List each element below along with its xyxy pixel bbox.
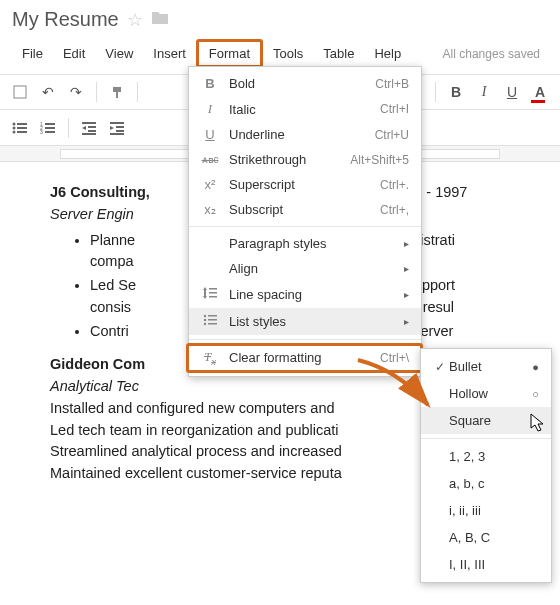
svg-point-24 xyxy=(204,315,206,317)
redo-icon[interactable]: ↷ xyxy=(64,80,88,104)
svg-point-5 xyxy=(13,130,16,133)
tb-action-1[interactable] xyxy=(8,80,32,104)
format-dropdown: BBoldCtrl+B IItalicCtrl+I UUnderlineCtrl… xyxy=(188,66,422,377)
menu-tools[interactable]: Tools xyxy=(263,42,313,65)
svg-rect-18 xyxy=(116,126,124,128)
dd-underline[interactable]: UUnderlineCtrl+U xyxy=(189,122,421,147)
sm-abc[interactable]: a, b, c xyxy=(421,470,551,497)
sm-I-II-III[interactable]: I, II, III xyxy=(421,551,551,578)
dd-list-styles[interactable]: List styles▸ xyxy=(189,308,421,335)
indent-icon[interactable] xyxy=(105,116,129,140)
dd-bold[interactable]: BBoldCtrl+B xyxy=(189,71,421,96)
svg-rect-8 xyxy=(45,123,55,125)
sm-hollow[interactable]: Hollow○ xyxy=(421,380,551,407)
dd-superscript[interactable]: x²SuperscriptCtrl+. xyxy=(189,172,421,197)
sm-ABC[interactable]: A, B, C xyxy=(421,524,551,551)
svg-rect-2 xyxy=(17,123,27,125)
underline-icon[interactable]: U xyxy=(500,80,524,104)
dd-subscript[interactable]: x₂SubscriptCtrl+, xyxy=(189,197,421,222)
paint-format-icon[interactable] xyxy=(105,80,129,104)
svg-rect-20 xyxy=(110,133,124,135)
document-title[interactable]: My Resume xyxy=(12,8,119,31)
svg-rect-19 xyxy=(116,130,124,132)
svg-rect-4 xyxy=(17,127,27,129)
svg-text:3: 3 xyxy=(40,129,43,135)
menu-file[interactable]: File xyxy=(12,42,53,65)
save-status: All changes saved xyxy=(443,47,548,61)
menu-edit[interactable]: Edit xyxy=(53,42,95,65)
menu-format[interactable]: Format xyxy=(196,39,263,68)
list-styles-submenu: ✓Bullet● Hollow○ Square■ 1, 2, 3 a, b, c… xyxy=(420,348,552,583)
svg-rect-27 xyxy=(208,319,217,321)
svg-rect-25 xyxy=(208,315,217,317)
numbered-list-icon[interactable]: 123 xyxy=(36,116,60,140)
dd-align[interactable]: Align▸ xyxy=(189,256,421,281)
sm-123[interactable]: 1, 2, 3 xyxy=(421,443,551,470)
undo-icon[interactable]: ↶ xyxy=(36,80,60,104)
bold-icon[interactable]: B xyxy=(444,80,468,104)
star-icon[interactable]: ☆ xyxy=(127,9,143,31)
svg-rect-23 xyxy=(209,296,217,298)
menu-view[interactable]: View xyxy=(95,42,143,65)
sm-square[interactable]: Square■ xyxy=(421,407,551,434)
svg-rect-14 xyxy=(88,126,96,128)
doc-text: Giddeon Com xyxy=(50,356,145,372)
svg-point-28 xyxy=(204,323,206,325)
svg-rect-22 xyxy=(209,292,217,294)
svg-rect-10 xyxy=(45,127,55,129)
svg-rect-29 xyxy=(208,323,217,325)
svg-rect-15 xyxy=(88,130,96,132)
dd-paragraph-styles[interactable]: Paragraph styles▸ xyxy=(189,231,421,256)
text-color-icon[interactable]: A xyxy=(528,80,552,104)
svg-point-26 xyxy=(204,319,206,321)
svg-rect-17 xyxy=(110,122,124,124)
menu-table[interactable]: Table xyxy=(313,42,364,65)
menu-help[interactable]: Help xyxy=(364,42,411,65)
svg-rect-13 xyxy=(82,122,96,124)
svg-rect-0 xyxy=(14,86,26,98)
svg-point-1 xyxy=(13,122,16,125)
svg-point-3 xyxy=(13,126,16,129)
menu-insert[interactable]: Insert xyxy=(143,42,196,65)
svg-rect-16 xyxy=(82,133,96,135)
dd-italic[interactable]: IItalicCtrl+I xyxy=(189,96,421,122)
bullet-list-icon[interactable] xyxy=(8,116,32,140)
sm-bullet[interactable]: ✓Bullet● xyxy=(421,353,551,380)
dd-line-spacing[interactable]: Line spacing▸ xyxy=(189,281,421,308)
italic-icon[interactable]: I xyxy=(472,80,496,104)
menubar: File Edit View Insert Format Tools Table… xyxy=(12,39,548,68)
folder-icon[interactable] xyxy=(151,9,169,30)
dd-clear-formatting[interactable]: TxClear formattingCtrl+\ xyxy=(189,344,421,372)
sm-i-ii-iii[interactable]: i, ii, iii xyxy=(421,497,551,524)
outdent-icon[interactable] xyxy=(77,116,101,140)
dd-strikethrough[interactable]: ᴀʙcStrikethroughAlt+Shift+5 xyxy=(189,147,421,172)
doc-text: J6 Consulting, xyxy=(50,184,154,200)
svg-rect-21 xyxy=(209,288,217,290)
svg-rect-6 xyxy=(17,131,27,133)
svg-rect-12 xyxy=(45,131,55,133)
